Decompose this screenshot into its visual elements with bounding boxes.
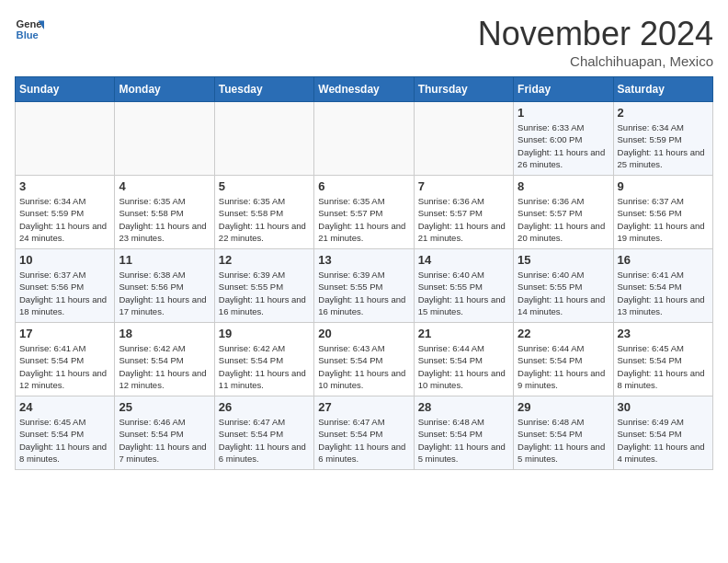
weekday-header-monday: Monday xyxy=(115,77,214,102)
weekday-header-row: SundayMondayTuesdayWednesdayThursdayFrid… xyxy=(16,77,713,102)
day-number: 26 xyxy=(219,400,310,414)
day-number: 1 xyxy=(518,106,609,120)
day-number: 28 xyxy=(418,400,509,414)
calendar-cell: 15Sunrise: 6:40 AM Sunset: 5:55 PM Dayli… xyxy=(514,249,613,323)
day-info: Sunrise: 6:35 AM Sunset: 5:57 PM Dayligh… xyxy=(318,195,409,244)
calendar-cell: 4Sunrise: 6:35 AM Sunset: 5:58 PM Daylig… xyxy=(115,176,214,249)
day-info: Sunrise: 6:37 AM Sunset: 5:56 PM Dayligh… xyxy=(618,195,709,244)
logo: General Blue xyxy=(15,15,44,44)
calendar-week-2: 3Sunrise: 6:34 AM Sunset: 5:59 PM Daylig… xyxy=(16,176,713,249)
day-number: 17 xyxy=(19,327,110,340)
calendar-cell: 22Sunrise: 6:44 AM Sunset: 5:54 PM Dayli… xyxy=(514,323,613,396)
day-info: Sunrise: 6:47 AM Sunset: 5:54 PM Dayligh… xyxy=(219,416,310,465)
day-info: Sunrise: 6:48 AM Sunset: 5:54 PM Dayligh… xyxy=(418,416,509,465)
weekday-header-sunday: Sunday xyxy=(16,77,115,102)
day-number: 20 xyxy=(318,327,409,340)
day-info: Sunrise: 6:42 AM Sunset: 5:54 PM Dayligh… xyxy=(119,342,210,391)
day-info: Sunrise: 6:34 AM Sunset: 5:59 PM Dayligh… xyxy=(618,121,709,170)
day-info: Sunrise: 6:40 AM Sunset: 5:55 PM Dayligh… xyxy=(418,269,509,317)
day-number: 2 xyxy=(618,106,709,120)
day-number: 29 xyxy=(518,400,609,414)
calendar-cell: 9Sunrise: 6:37 AM Sunset: 5:56 PM Daylig… xyxy=(613,176,712,249)
calendar-cell: 28Sunrise: 6:48 AM Sunset: 5:54 PM Dayli… xyxy=(414,396,513,470)
day-number: 30 xyxy=(618,400,709,414)
day-number: 7 xyxy=(418,179,509,193)
day-number: 10 xyxy=(19,253,110,267)
day-number: 3 xyxy=(19,179,110,193)
day-number: 5 xyxy=(219,179,310,193)
day-info: Sunrise: 6:33 AM Sunset: 6:00 PM Dayligh… xyxy=(518,121,609,170)
calendar-cell: 13Sunrise: 6:39 AM Sunset: 5:55 PM Dayli… xyxy=(314,249,414,323)
weekday-header-wednesday: Wednesday xyxy=(314,77,414,102)
calendar-week-4: 17Sunrise: 6:41 AM Sunset: 5:54 PM Dayli… xyxy=(16,323,713,396)
day-number: 24 xyxy=(19,400,110,414)
day-info: Sunrise: 6:37 AM Sunset: 5:56 PM Dayligh… xyxy=(19,269,110,317)
day-info: Sunrise: 6:35 AM Sunset: 5:58 PM Dayligh… xyxy=(119,195,210,244)
day-number: 13 xyxy=(318,253,409,267)
day-number: 22 xyxy=(518,327,609,340)
day-info: Sunrise: 6:49 AM Sunset: 5:54 PM Dayligh… xyxy=(618,416,709,465)
calendar-cell: 27Sunrise: 6:47 AM Sunset: 5:54 PM Dayli… xyxy=(314,396,414,470)
calendar-cell: 10Sunrise: 6:37 AM Sunset: 5:56 PM Dayli… xyxy=(16,249,115,323)
day-info: Sunrise: 6:35 AM Sunset: 5:58 PM Dayligh… xyxy=(219,195,310,244)
calendar-cell: 29Sunrise: 6:48 AM Sunset: 5:54 PM Dayli… xyxy=(514,396,613,470)
calendar-week-3: 10Sunrise: 6:37 AM Sunset: 5:56 PM Dayli… xyxy=(16,249,713,323)
calendar-cell: 14Sunrise: 6:40 AM Sunset: 5:55 PM Dayli… xyxy=(414,249,513,323)
day-info: Sunrise: 6:41 AM Sunset: 5:54 PM Dayligh… xyxy=(618,269,709,317)
calendar-cell: 19Sunrise: 6:42 AM Sunset: 5:54 PM Dayli… xyxy=(214,323,313,396)
weekday-header-saturday: Saturday xyxy=(613,77,712,102)
day-number: 19 xyxy=(219,327,310,340)
day-number: 21 xyxy=(418,327,509,340)
day-info: Sunrise: 6:46 AM Sunset: 5:54 PM Dayligh… xyxy=(119,416,210,465)
title-block: November 2024 Chalchihuapan, Mexico xyxy=(478,15,713,69)
day-number: 12 xyxy=(219,253,310,267)
calendar-cell: 1Sunrise: 6:33 AM Sunset: 6:00 PM Daylig… xyxy=(514,102,613,176)
svg-text:Blue: Blue xyxy=(17,29,39,40)
day-info: Sunrise: 6:38 AM Sunset: 5:56 PM Dayligh… xyxy=(119,269,210,317)
calendar-cell: 25Sunrise: 6:46 AM Sunset: 5:54 PM Dayli… xyxy=(115,396,214,470)
day-info: Sunrise: 6:45 AM Sunset: 5:54 PM Dayligh… xyxy=(19,416,110,465)
day-info: Sunrise: 6:42 AM Sunset: 5:54 PM Dayligh… xyxy=(219,342,310,391)
calendar-cell: 26Sunrise: 6:47 AM Sunset: 5:54 PM Dayli… xyxy=(214,396,313,470)
page-header: General Blue November 2024 Chalchihuapan… xyxy=(15,15,713,69)
calendar-cell: 8Sunrise: 6:36 AM Sunset: 5:57 PM Daylig… xyxy=(514,176,613,249)
calendar-cell xyxy=(314,102,414,176)
calendar-cell: 20Sunrise: 6:43 AM Sunset: 5:54 PM Dayli… xyxy=(314,323,414,396)
calendar-cell xyxy=(414,102,513,176)
day-info: Sunrise: 6:44 AM Sunset: 5:54 PM Dayligh… xyxy=(418,342,509,391)
day-info: Sunrise: 6:36 AM Sunset: 5:57 PM Dayligh… xyxy=(518,195,609,244)
day-number: 15 xyxy=(518,253,609,267)
calendar-cell: 24Sunrise: 6:45 AM Sunset: 5:54 PM Dayli… xyxy=(16,396,115,470)
calendar-cell: 6Sunrise: 6:35 AM Sunset: 5:57 PM Daylig… xyxy=(314,176,414,249)
day-number: 27 xyxy=(318,400,409,414)
calendar-week-1: 1Sunrise: 6:33 AM Sunset: 6:00 PM Daylig… xyxy=(16,102,713,176)
day-number: 11 xyxy=(119,253,210,267)
day-number: 6 xyxy=(318,179,409,193)
weekday-header-thursday: Thursday xyxy=(414,77,513,102)
calendar-cell xyxy=(214,102,313,176)
day-number: 4 xyxy=(119,179,210,193)
calendar-cell: 5Sunrise: 6:35 AM Sunset: 5:58 PM Daylig… xyxy=(214,176,313,249)
calendar-cell: 2Sunrise: 6:34 AM Sunset: 5:59 PM Daylig… xyxy=(613,102,712,176)
weekday-header-tuesday: Tuesday xyxy=(214,77,313,102)
calendar-cell: 18Sunrise: 6:42 AM Sunset: 5:54 PM Dayli… xyxy=(115,323,214,396)
calendar-table: SundayMondayTuesdayWednesdayThursdayFrid… xyxy=(15,76,713,470)
day-number: 25 xyxy=(119,400,210,414)
day-info: Sunrise: 6:48 AM Sunset: 5:54 PM Dayligh… xyxy=(518,416,609,465)
day-number: 23 xyxy=(618,327,709,340)
calendar-cell: 3Sunrise: 6:34 AM Sunset: 5:59 PM Daylig… xyxy=(16,176,115,249)
day-info: Sunrise: 6:47 AM Sunset: 5:54 PM Dayligh… xyxy=(318,416,409,465)
day-info: Sunrise: 6:34 AM Sunset: 5:59 PM Dayligh… xyxy=(19,195,110,244)
day-info: Sunrise: 6:36 AM Sunset: 5:57 PM Dayligh… xyxy=(418,195,509,244)
calendar-cell xyxy=(115,102,214,176)
day-info: Sunrise: 6:43 AM Sunset: 5:54 PM Dayligh… xyxy=(318,342,409,391)
svg-text:General: General xyxy=(17,18,44,29)
logo-icon: General Blue xyxy=(15,15,44,44)
day-number: 9 xyxy=(618,179,709,193)
day-info: Sunrise: 6:40 AM Sunset: 5:55 PM Dayligh… xyxy=(518,269,609,317)
day-info: Sunrise: 6:41 AM Sunset: 5:54 PM Dayligh… xyxy=(19,342,110,391)
day-info: Sunrise: 6:39 AM Sunset: 5:55 PM Dayligh… xyxy=(219,269,310,317)
weekday-header-friday: Friday xyxy=(514,77,613,102)
calendar-cell: 21Sunrise: 6:44 AM Sunset: 5:54 PM Dayli… xyxy=(414,323,513,396)
day-number: 8 xyxy=(518,179,609,193)
